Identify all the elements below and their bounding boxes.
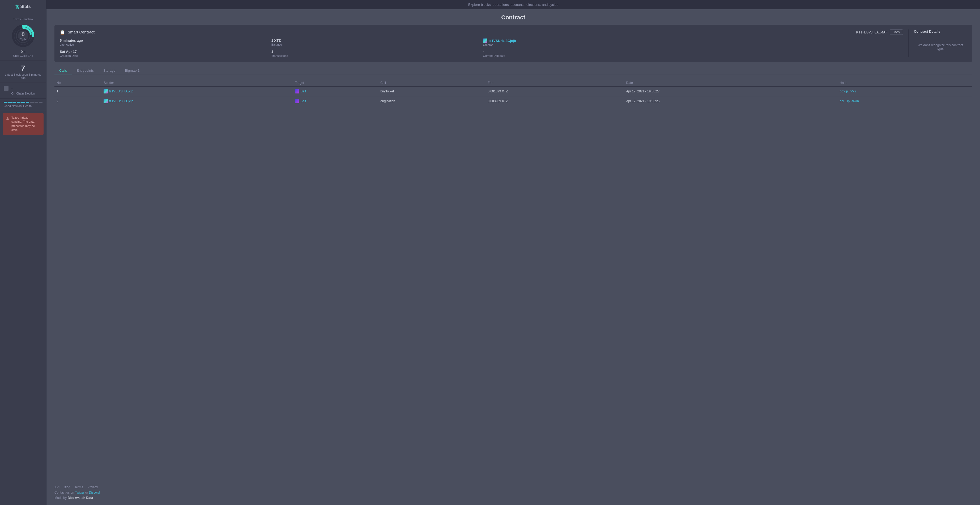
contract-main: 📋 Smart Contract KT1HJ8VJ..8AU4AF Copy 5… <box>60 30 903 57</box>
alert-icon: ⚠ <box>6 116 9 121</box>
creator-icon <box>483 38 487 43</box>
tab-storage[interactable]: Storage <box>99 67 120 75</box>
contract-details: Contract Details We don't recognize this… <box>908 30 967 57</box>
network-section: Tezos Sandbox 0 Cycle 0m Until Cycle End <box>0 14 46 61</box>
col-call: Call <box>378 79 485 87</box>
cycle-label: Cycle <box>20 38 26 41</box>
cell-no: 1 <box>54 87 102 96</box>
alert-text: Tezos indexer syncing. The data presente… <box>11 116 40 132</box>
sender-icon <box>103 89 108 94</box>
col-target: Target <box>293 79 378 87</box>
election-label: On-Chain Election <box>4 92 43 95</box>
cell-target: Self <box>293 87 378 96</box>
health-section: Good Network Health <box>0 98 46 111</box>
transactions-label: Transactions <box>271 54 480 57</box>
cell-date: Apr 17, 2021 - 19:06:27 <box>624 87 838 96</box>
target-icon <box>295 89 299 94</box>
balance-value: 1 XTZ <box>271 38 480 43</box>
footer-discord[interactable]: Discord <box>89 491 100 494</box>
election-section: – On-Chain Election <box>0 83 46 98</box>
health-bar-7 <box>30 102 34 103</box>
contract-address-wrap: KT1HJ8VJ..8AU4AF Copy <box>856 30 903 35</box>
table-row: 2 tz1VSUr8..8Cjcjb Self origination 0.00… <box>54 96 972 106</box>
delegate-label: Current Delegate <box>483 54 692 57</box>
cell-no: 2 <box>54 96 102 106</box>
creation-date-value: Sat Apr 17 <box>60 50 268 54</box>
delegate-field: - Current Delegate <box>483 50 692 57</box>
creation-date-field: Sat Apr 17 Creation Date <box>60 50 268 57</box>
delegate-value: - <box>483 50 692 54</box>
creator-value: tz1VSUr8..8Cjcjb <box>483 38 692 43</box>
search-placeholder: Explore blocks, operations, accounts, el… <box>468 3 558 6</box>
logo-icon: ꜩ <box>15 4 19 10</box>
cell-call: origination <box>378 96 485 106</box>
tab-calls[interactable]: Calls <box>54 67 72 75</box>
balance-label: Balance <box>271 43 480 46</box>
copy-button[interactable]: Copy <box>890 30 903 35</box>
contract-type-icon: 📋 <box>60 30 65 35</box>
footer-blog[interactable]: Blog <box>64 485 70 489</box>
health-bar-6 <box>26 102 29 103</box>
network-title: Tezos Sandbox <box>13 17 33 21</box>
contract-card: 📋 Smart Contract KT1HJ8VJ..8AU4AF Copy 5… <box>54 25 972 62</box>
footer-twitter[interactable]: Twitter <box>75 491 84 494</box>
target-link[interactable]: Self <box>295 89 376 94</box>
creator-address[interactable]: tz1VSUr8..8Cjcjb <box>489 39 516 43</box>
footer-api[interactable]: API <box>54 485 59 489</box>
col-no: No <box>54 79 102 87</box>
block-number: 7 <box>21 64 25 73</box>
col-fee: Fee <box>485 79 624 87</box>
creator-field: tz1VSUr8..8Cjcjb Creator <box>483 38 692 46</box>
cycle-end-value: 0m <box>21 50 25 54</box>
target-icon <box>295 99 299 103</box>
election-box <box>4 86 8 91</box>
cycle-donut: 0 Cycle <box>11 24 35 48</box>
sidebar: ꜩ Stats Tezos Sandbox 0 Cycle 0m Until C… <box>0 0 46 505</box>
cell-sender: tz1VSUr8..8Cjcjb <box>102 87 293 96</box>
contract-address-text: KT1HJ8VJ..8AU4AF <box>856 30 888 34</box>
page-title: Contract <box>46 9 980 25</box>
tabs: Calls Entrypoints Storage Bigmap 1 <box>54 67 972 75</box>
cycle-end-label: Until Cycle End <box>13 54 33 57</box>
search-bar[interactable]: Explore blocks, operations, accounts, el… <box>46 0 980 9</box>
last-active-value: 5 minutes ago <box>60 38 268 43</box>
cell-target: Self <box>293 96 378 106</box>
health-bar-8 <box>35 102 38 103</box>
cell-date: Apr 17, 2021 - 19:06:26 <box>624 96 838 106</box>
logo[interactable]: ꜩ Stats <box>15 4 30 10</box>
cell-hash[interactable]: opYjp..rVk9 <box>838 87 972 96</box>
tab-entrypoints[interactable]: Entrypoints <box>72 67 99 75</box>
health-bar-5 <box>21 102 25 103</box>
creator-label: Creator <box>483 43 692 46</box>
cell-sender: tz1VSUr8..8Cjcjb <box>102 96 293 106</box>
main-content: Explore blocks, operations, accounts, el… <box>46 0 980 505</box>
transactions-value: 1 <box>271 50 480 54</box>
target-link[interactable]: Self <box>295 99 376 103</box>
contract-header: 📋 Smart Contract KT1HJ8VJ..8AU4AF Copy <box>60 30 903 35</box>
transactions-field: 1 Transactions <box>271 50 480 57</box>
details-note: We don't recognize this contract type. <box>914 43 967 51</box>
health-bar-2 <box>8 102 12 103</box>
health-bar-4 <box>17 102 21 103</box>
sender-link[interactable]: tz1VSUr8..8Cjcjb <box>103 89 291 94</box>
balance-field: 1 XTZ Balance <box>271 38 480 46</box>
health-bar-3 <box>13 102 16 103</box>
details-title: Contract Details <box>914 30 967 33</box>
table-row: 1 tz1VSUr8..8Cjcjb Self buyTicket 0.0016… <box>54 87 972 96</box>
col-sender: Sender <box>102 79 293 87</box>
cell-hash[interactable]: ooHUp..a6AK <box>838 96 972 106</box>
footer: API Blog Terms Privacy Contact us on Twi… <box>46 480 980 505</box>
footer-links: API Blog Terms Privacy <box>54 485 972 489</box>
contract-type-label: Smart Contract <box>68 30 95 34</box>
footer-terms[interactable]: Terms <box>74 485 83 489</box>
tab-bigmap[interactable]: Bigmap 1 <box>120 67 145 75</box>
sender-link[interactable]: tz1VSUr8..8Cjcjb <box>103 99 291 103</box>
cycle-value: 0 <box>20 31 26 38</box>
footer-privacy[interactable]: Privacy <box>88 485 98 489</box>
footer-made: Made by Blockwatch Data <box>54 496 972 500</box>
content-area: 📋 Smart Contract KT1HJ8VJ..8AU4AF Copy 5… <box>46 25 980 114</box>
footer-company: Blockwatch Data <box>67 496 93 500</box>
health-bars <box>4 102 43 103</box>
contract-grid: 5 minutes ago Last Active 1 XTZ Balance … <box>60 38 903 57</box>
last-active-label: Last Active <box>60 43 268 46</box>
